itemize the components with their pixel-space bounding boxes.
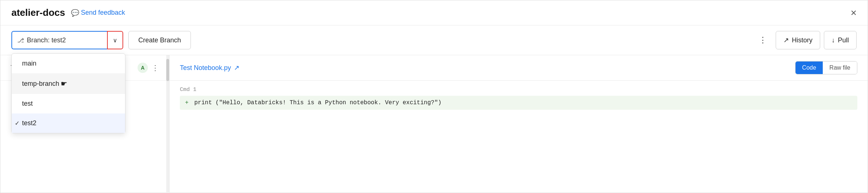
file-badge: A	[138, 63, 148, 73]
main-label: main	[22, 60, 36, 67]
branch-dropdown-menu: main temp-branch ☛ test ✓ test2	[11, 53, 125, 133]
scrollbar-thumb[interactable]	[166, 59, 169, 81]
branch-dropdown-button[interactable]: ∨	[107, 31, 123, 49]
chevron-down-icon: ∨	[113, 37, 117, 44]
dropdown-item-temp-branch[interactable]: temp-branch ☛	[12, 73, 125, 94]
history-button[interactable]: ↗ History	[776, 31, 820, 49]
code-view-button[interactable]: Code	[796, 62, 823, 74]
file-header: Test Notebook.py ↗ Code Raw file	[170, 55, 868, 81]
pull-icon: ↓	[832, 36, 835, 44]
code-line: + print ("Hello, Databricks! This is a P…	[180, 96, 857, 110]
code-plus-icon: +	[185, 99, 189, 106]
scrollbar[interactable]	[166, 55, 169, 193]
check-icon: ✓	[15, 120, 19, 127]
history-label: History	[792, 36, 812, 44]
branch-icon: ⎇	[17, 37, 24, 44]
external-link-icon: ↗	[234, 64, 239, 72]
code-line-label: Cmd 1	[180, 87, 857, 93]
create-branch-button[interactable]: Create Branch	[128, 31, 191, 49]
feedback-link[interactable]: 💬 Send feedback	[71, 9, 125, 17]
file-title-text: Test Notebook.py	[180, 64, 231, 72]
raw-file-button[interactable]: Raw file	[823, 62, 857, 74]
dropdown-item-test2[interactable]: ✓ test2	[12, 113, 125, 133]
branch-input-text: Branch: test2	[27, 36, 66, 44]
dropdown-item-test[interactable]: test	[12, 94, 125, 113]
branch-selector: ⎇ Branch: test2 ∨	[11, 31, 123, 49]
pull-label: Pull	[838, 36, 849, 44]
close-button[interactable]: ×	[851, 8, 857, 18]
file-actions: A ⋮	[138, 63, 159, 73]
test-label: test	[22, 100, 33, 108]
app-title: atelier-docs	[11, 7, 65, 18]
history-external-icon: ↗	[783, 36, 789, 44]
main-window: atelier-docs 💬 Send feedback × ⎇ Branch:…	[0, 0, 868, 193]
cursor-icon: ☛	[61, 79, 67, 88]
feedback-icon: 💬	[71, 9, 79, 17]
code-area: Cmd 1 + print ("Hello, Databricks! This …	[170, 81, 868, 116]
file-more-button[interactable]: ⋮	[152, 63, 159, 72]
pull-button[interactable]: ↓ Pull	[824, 31, 857, 49]
feedback-label: Send feedback	[81, 9, 125, 17]
right-panel: Test Notebook.py ↗ Code Raw file Cmd 1 +…	[170, 55, 868, 193]
temp-branch-label: temp-branch	[22, 80, 59, 88]
file-title-link[interactable]: Test Notebook.py ↗	[180, 64, 239, 72]
branch-input-display[interactable]: ⎇ Branch: test2	[11, 31, 107, 49]
toolbar: ⎇ Branch: test2 ∨ Create Branch ⋮ ↗ Hist…	[0, 25, 868, 55]
code-content: print ("Hello, Databricks! This is a Pyt…	[194, 99, 441, 106]
header-bar: atelier-docs 💬 Send feedback ×	[0, 0, 868, 25]
main-content: Test Notebook.py A ⋮ Test Notebook.py ↗ …	[0, 55, 868, 193]
more-options-button[interactable]: ⋮	[755, 33, 771, 47]
view-toggle: Code Raw file	[795, 61, 857, 74]
test2-label: test2	[22, 119, 36, 127]
dropdown-item-main[interactable]: main	[12, 54, 125, 73]
